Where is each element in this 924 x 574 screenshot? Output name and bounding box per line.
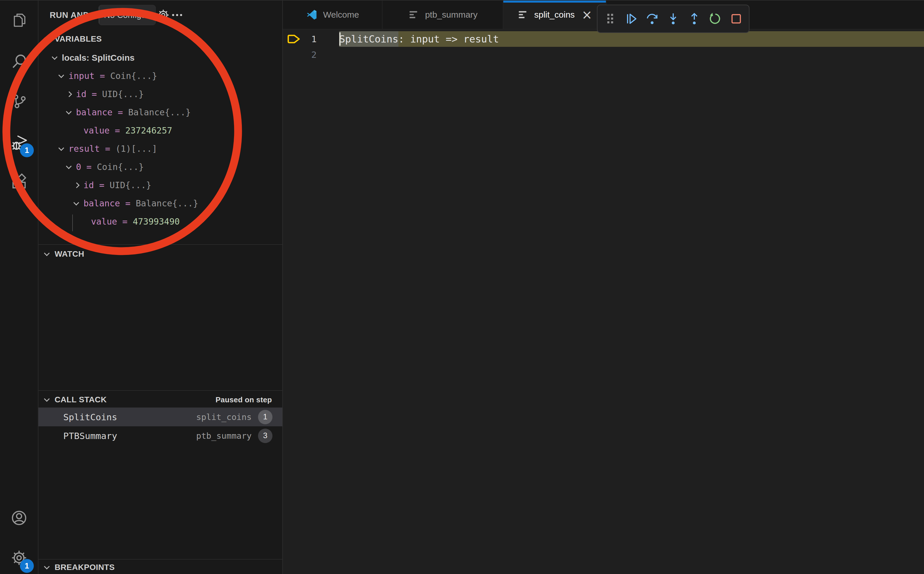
code-line-2[interactable]: 2 bbox=[283, 47, 924, 62]
variable-text: id = UID{...} bbox=[76, 89, 144, 99]
call-stack-section-label: CALL STACK bbox=[55, 395, 107, 404]
section-divider bbox=[38, 559, 282, 560]
tab-split_coins[interactable]: split_coins× bbox=[503, 1, 606, 29]
variable-row-balance[interactable]: balance = Balance{...} bbox=[38, 194, 282, 213]
variable-row-value[interactable]: value = 473993490 bbox=[38, 213, 282, 231]
chevron-down-icon[interactable] bbox=[65, 165, 73, 169]
variable-row-balance[interactable]: balance = Balance{...} bbox=[38, 103, 282, 121]
variables-tree: locals: SplitCoinsinput = Coin{...}id = … bbox=[38, 49, 282, 231]
search-icon bbox=[11, 53, 27, 69]
variable-row-0[interactable]: 0 = Coin{...} bbox=[38, 158, 282, 176]
chevron-down-icon[interactable] bbox=[72, 202, 80, 205]
chevron-down-icon bbox=[44, 396, 50, 402]
pause-status-badge: Paused on step bbox=[216, 395, 272, 404]
toolbar-drag-handle[interactable] bbox=[601, 7, 620, 31]
vscode-logo-icon bbox=[306, 9, 318, 21]
continue-button[interactable] bbox=[622, 7, 641, 31]
continue-icon bbox=[625, 12, 638, 25]
variable-row-value[interactable]: value = 237246257 bbox=[38, 121, 282, 140]
chevron-down-icon bbox=[44, 564, 50, 569]
indent-guide bbox=[72, 214, 73, 231]
code-line-1[interactable]: 1SplitCoins: input => result bbox=[283, 31, 924, 47]
frame-function: SplitCoins bbox=[63, 412, 117, 422]
step-over-button[interactable] bbox=[643, 7, 662, 31]
text-cursor bbox=[339, 32, 341, 46]
activity-item-extensions[interactable] bbox=[0, 168, 38, 196]
gear-icon bbox=[157, 9, 170, 21]
chevron-right-icon[interactable] bbox=[72, 183, 80, 187]
activity-item-run-and-debug[interactable]: 1 bbox=[0, 128, 38, 156]
chevron-right-icon[interactable] bbox=[65, 92, 73, 96]
variables-scope-row[interactable]: locals: SplitCoins bbox=[38, 49, 282, 67]
frame-function: PTBSummary bbox=[63, 430, 117, 441]
call-stack-frame-PTBSummary[interactable]: PTBSummary ptb_summary 3 bbox=[38, 426, 282, 445]
breakpoints-section-header[interactable]: BREAKPOINTS bbox=[38, 560, 282, 574]
variable-row-id[interactable]: id = UID{...} bbox=[38, 176, 282, 194]
variable-text: value = 237246257 bbox=[83, 125, 172, 136]
stop-icon bbox=[730, 12, 743, 25]
debug-stackframe-icon bbox=[288, 33, 300, 44]
tab-Welcome[interactable]: Welcome bbox=[283, 1, 383, 29]
activity-item-source-control[interactable] bbox=[0, 87, 38, 115]
chevron-down-icon[interactable] bbox=[57, 147, 66, 151]
variable-text: 0 = Coin{...} bbox=[76, 162, 144, 172]
highlighted-word: SplitCoins bbox=[339, 31, 398, 47]
section-divider bbox=[38, 390, 282, 391]
more-actions-button[interactable] bbox=[169, 5, 185, 25]
editor-gutter[interactable]: 1 bbox=[283, 31, 339, 47]
step-into-icon bbox=[667, 12, 680, 25]
watch-section-label: WATCH bbox=[55, 249, 84, 259]
code-content[interactable] bbox=[339, 47, 924, 62]
activity-item-explorer[interactable] bbox=[0, 6, 38, 34]
activity-item-account[interactable] bbox=[0, 504, 38, 532]
restart-button[interactable] bbox=[706, 7, 725, 31]
variable-row-id[interactable]: id = UID{...} bbox=[38, 85, 282, 103]
activity-item-settings-gear[interactable]: 1 bbox=[0, 544, 38, 572]
variables-section-header[interactable]: VARIABLES bbox=[38, 31, 282, 47]
watch-section-header[interactable]: WATCH bbox=[38, 246, 282, 262]
activity-item-search[interactable] bbox=[0, 47, 38, 75]
code-text: : input => result bbox=[398, 33, 499, 45]
sidebar-header: RUN AND DEBUG No Configur bbox=[38, 1, 282, 30]
close-icon[interactable]: × bbox=[582, 8, 592, 21]
list-file-icon bbox=[408, 9, 420, 21]
ellipsis-icon bbox=[171, 9, 183, 21]
call-stack-frame-SplitCoins[interactable]: SplitCoins split_coins 1 bbox=[38, 407, 282, 426]
editor-area: Welcomeptb_summarysplit_coins× 1SplitCoi… bbox=[283, 1, 924, 574]
code-content[interactable]: SplitCoins: input => result bbox=[339, 31, 924, 47]
tab-ptb_summary[interactable]: ptb_summary bbox=[383, 1, 503, 29]
chevron-down-icon[interactable] bbox=[57, 74, 66, 78]
run-and-debug-sidebar: RUN AND DEBUG No Configur bbox=[38, 1, 283, 574]
code-editor[interactable]: 1SplitCoins: input => result2 bbox=[283, 30, 924, 574]
variable-row-input[interactable]: input = Coin{...} bbox=[38, 67, 282, 85]
chevron-down-icon bbox=[44, 35, 50, 41]
variable-row-result[interactable]: result = (1)[...] bbox=[38, 140, 282, 158]
list-file-icon bbox=[517, 9, 529, 21]
editor-gutter[interactable]: 2 bbox=[283, 47, 339, 62]
run-and-debug-badge: 1 bbox=[20, 144, 34, 157]
step-out-button[interactable] bbox=[685, 7, 704, 31]
settings-gear-badge: 1 bbox=[20, 559, 34, 573]
chevron-down-icon bbox=[44, 250, 50, 256]
variable-text: id = UID{...} bbox=[83, 180, 151, 190]
chevron-down-icon[interactable] bbox=[50, 56, 59, 60]
variable-text: result = (1)[...] bbox=[68, 144, 157, 154]
tab-label: ptb_summary bbox=[425, 10, 478, 20]
variable-text: balance = Balance{...} bbox=[76, 107, 191, 117]
step-into-button[interactable] bbox=[664, 7, 683, 31]
debug-config-dropdown[interactable]: No Configur bbox=[99, 5, 156, 25]
restart-icon bbox=[708, 12, 722, 25]
frame-line-badge: 3 bbox=[258, 429, 272, 443]
variable-text: balance = Balance{...} bbox=[83, 198, 198, 208]
explorer-icon bbox=[11, 11, 27, 28]
activity-bar: 1 1 bbox=[0, 1, 38, 574]
tab-label: split_coins bbox=[534, 10, 575, 20]
frame-source: ptb_summary bbox=[196, 431, 252, 441]
variables-section-label: VARIABLES bbox=[55, 35, 102, 44]
call-stack-section-header[interactable]: CALL STACK Paused on step bbox=[38, 391, 282, 408]
stop-button[interactable] bbox=[727, 7, 745, 31]
frame-line-badge: 1 bbox=[258, 410, 272, 424]
variable-text: input = Coin{...} bbox=[68, 71, 157, 81]
chevron-down-icon[interactable] bbox=[65, 110, 73, 114]
step-out-icon bbox=[688, 12, 701, 25]
